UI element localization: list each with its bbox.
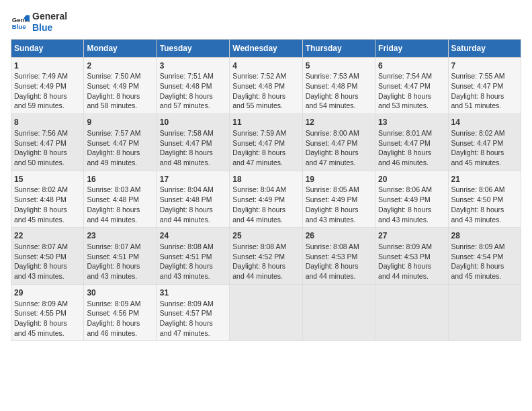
day-number: 29 (14, 287, 81, 299)
cell-line: Daylight: 8 hours (306, 148, 372, 158)
cell-line: Sunset: 4:48 PM (306, 81, 372, 91)
cell-line: Sunset: 4:51 PM (87, 252, 153, 262)
day-number: 9 (87, 117, 153, 128)
cell-line: and 57 minutes. (160, 101, 226, 111)
cell-week4-friday: 27Sunrise: 8:09 AMSunset: 4:53 PMDayligh… (375, 228, 448, 285)
cell-line: and 47 minutes. (306, 158, 372, 168)
cell-line: Daylight: 8 hours (160, 261, 226, 271)
cell-line: Sunset: 4:49 PM (232, 195, 299, 205)
cell-line: Sunset: 4:56 PM (87, 308, 153, 318)
day-number: 19 (306, 174, 372, 185)
cell-line: and 51 minutes. (451, 101, 518, 111)
cell-line: Daylight: 8 hours (306, 261, 372, 271)
cell-line: Sunset: 4:49 PM (306, 195, 372, 205)
cell-line: and 45 minutes. (451, 158, 518, 168)
day-number: 27 (378, 230, 445, 242)
day-number: 2 (87, 60, 153, 72)
cell-week4-monday: 23Sunrise: 8:07 AMSunset: 4:51 PMDayligh… (84, 228, 157, 285)
cell-line: Sunset: 4:47 PM (306, 138, 372, 148)
cell-line: Daylight: 8 hours (451, 148, 518, 158)
cell-week5-friday (375, 284, 448, 341)
cell-line: Sunrise: 7:54 AM (378, 71, 445, 81)
cell-line: Sunset: 4:47 PM (378, 138, 445, 148)
cell-line: and 58 minutes. (87, 101, 153, 111)
logo-icon: General Blue (11, 13, 30, 32)
cell-line: Sunrise: 7:51 AM (160, 71, 226, 81)
cell-line: Daylight: 8 hours (14, 318, 81, 328)
cell-line: and 44 minutes. (160, 215, 226, 225)
cell-week1-tuesday: 3Sunrise: 7:51 AMSunset: 4:48 PMDaylight… (157, 57, 229, 114)
cell-line: and 43 minutes. (306, 215, 372, 225)
cell-line: Sunrise: 8:01 AM (378, 128, 445, 138)
cell-line: Sunset: 4:51 PM (160, 252, 226, 262)
cell-line: Sunrise: 7:57 AM (87, 128, 153, 138)
day-number: 17 (160, 174, 226, 185)
svg-text:Blue: Blue (12, 22, 26, 30)
col-header-tuesday: Tuesday (157, 39, 229, 57)
day-number: 30 (87, 287, 153, 299)
cell-line: Daylight: 8 hours (160, 91, 226, 101)
cell-line: Sunrise: 8:06 AM (451, 185, 518, 195)
cell-line: Daylight: 8 hours (14, 205, 81, 215)
col-header-monday: Monday (84, 39, 157, 57)
cell-week5-thursday (302, 284, 375, 341)
cell-line: Sunrise: 8:04 AM (232, 185, 299, 195)
day-number: 22 (14, 230, 81, 242)
cell-line: Sunset: 4:49 PM (87, 81, 153, 91)
col-header-thursday: Thursday (302, 39, 375, 57)
cell-line: Daylight: 8 hours (451, 261, 518, 271)
cell-line: Sunset: 4:47 PM (232, 138, 299, 148)
cell-line: Sunrise: 7:53 AM (306, 71, 372, 81)
cell-line: Sunrise: 8:09 AM (14, 299, 81, 309)
cell-line: Sunrise: 8:00 AM (306, 128, 372, 138)
day-number: 25 (232, 230, 299, 242)
cell-line: Sunset: 4:55 PM (14, 308, 81, 318)
cell-week1-friday: 6Sunrise: 7:54 AMSunset: 4:47 PMDaylight… (375, 57, 448, 114)
cell-line: and 43 minutes. (160, 271, 226, 281)
cell-line: Sunrise: 7:56 AM (14, 128, 81, 138)
day-number: 3 (160, 60, 226, 72)
cell-line: Sunset: 4:48 PM (160, 81, 226, 91)
cell-line: and 45 minutes. (14, 215, 81, 225)
cell-line: Sunset: 4:47 PM (451, 138, 518, 148)
cell-line: Sunrise: 8:09 AM (378, 242, 445, 252)
cell-week5-wednesday (230, 284, 302, 341)
cell-line: Daylight: 8 hours (87, 318, 153, 328)
cell-week3-sunday: 15Sunrise: 8:02 AMSunset: 4:48 PMDayligh… (11, 171, 84, 228)
cell-line: and 55 minutes. (232, 101, 299, 111)
day-number: 16 (87, 174, 153, 185)
cell-week3-wednesday: 18Sunrise: 8:04 AMSunset: 4:49 PMDayligh… (230, 171, 302, 228)
day-number: 5 (306, 60, 372, 72)
cell-line: Sunset: 4:47 PM (14, 138, 81, 148)
cell-line: Sunrise: 8:05 AM (306, 185, 372, 195)
calendar-table: SundayMondayTuesdayWednesdayThursdayFrid… (11, 39, 521, 342)
cell-line: Sunset: 4:47 PM (87, 138, 153, 148)
col-header-friday: Friday (375, 39, 448, 57)
cell-week5-monday: 30Sunrise: 8:09 AMSunset: 4:56 PMDayligh… (84, 284, 157, 341)
cell-line: and 44 minutes. (378, 271, 445, 281)
cell-line: Daylight: 8 hours (160, 205, 226, 215)
cell-line: and 50 minutes. (14, 158, 81, 168)
cell-line: Daylight: 8 hours (306, 91, 372, 101)
cell-line: Sunrise: 8:07 AM (87, 242, 153, 252)
cell-week3-saturday: 21Sunrise: 8:06 AMSunset: 4:50 PMDayligh… (448, 171, 521, 228)
cell-line: and 44 minutes. (306, 271, 372, 281)
cell-week4-wednesday: 25Sunrise: 8:08 AMSunset: 4:52 PMDayligh… (230, 228, 302, 285)
day-number: 12 (306, 117, 372, 128)
day-number: 10 (160, 117, 226, 128)
day-number: 8 (14, 117, 81, 128)
cell-line: Sunset: 4:47 PM (378, 81, 445, 91)
day-number: 31 (160, 287, 226, 299)
cell-line: Sunset: 4:53 PM (378, 252, 445, 262)
cell-line: Daylight: 8 hours (378, 261, 445, 271)
cell-line: and 48 minutes. (160, 158, 226, 168)
cell-line: Sunrise: 8:06 AM (378, 185, 445, 195)
day-number: 14 (451, 117, 518, 128)
cell-line: and 53 minutes. (378, 101, 445, 111)
day-number: 20 (378, 174, 445, 185)
day-number: 4 (232, 60, 299, 72)
cell-line: Daylight: 8 hours (14, 91, 81, 101)
cell-line: Sunset: 4:54 PM (451, 252, 518, 262)
cell-line: Sunrise: 7:59 AM (232, 128, 299, 138)
cell-line: and 44 minutes. (232, 215, 299, 225)
